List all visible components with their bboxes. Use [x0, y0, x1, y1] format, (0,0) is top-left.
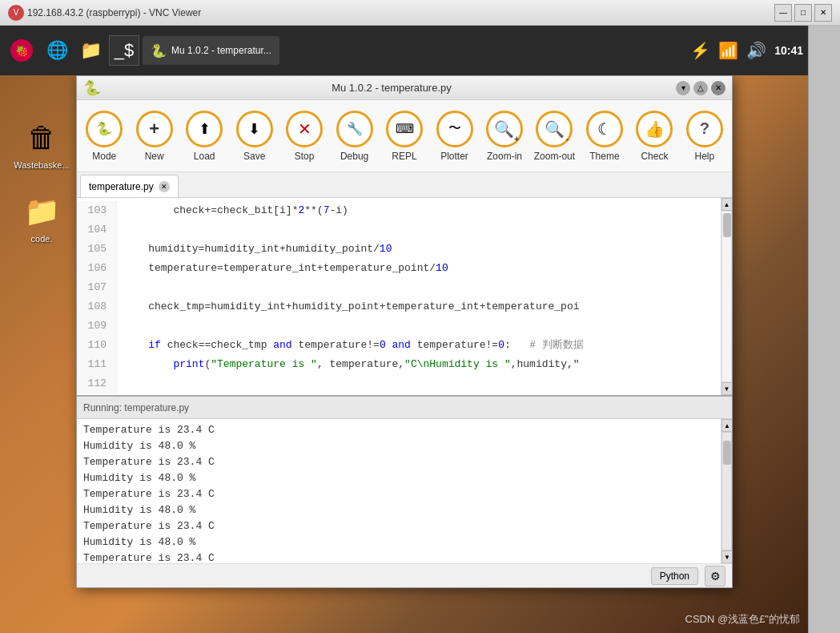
vnc-window-title: 192.168.43.2 (raspberrypi) - VNC Viewer [27, 7, 774, 18]
console-line-4: Temperature is 23.4 C [83, 486, 714, 502]
stop-label: Stop [295, 151, 315, 162]
console-line-1: Humidity is 48.0 % [83, 438, 714, 454]
mu-editor-window: 🐍 Mu 1.0.2 - temperature.py ▾ △ ✕ 🐍 Mode… [76, 75, 733, 588]
code-line-108: 108 check_tmp=humidity_int+humidity_poin… [77, 297, 721, 316]
mu-app-icon: 🐍 [83, 79, 101, 97]
mu-taskbar-label: Mu 1.0.2 - temperatur... [171, 45, 271, 56]
code-display: 103 check+=check_bit[i]*2**(7-i) 104 105… [77, 198, 721, 395]
zoom-out-button[interactable]: 🔍 - Zoom-out [530, 103, 578, 169]
check-icon: 👍 [636, 111, 673, 147]
mu-titlebar: 🐍 Mu 1.0.2 - temperature.py ▾ △ ✕ [77, 76, 732, 100]
help-button[interactable]: ? Help [681, 103, 729, 169]
vnc-scrollbar[interactable] [808, 0, 840, 633]
wastebasket-label: Wastebaske... [14, 160, 69, 170]
vnc-restore-button[interactable]: □ [794, 4, 812, 22]
code-line-104: 104 [77, 220, 721, 240]
load-button[interactable]: ⬆ Load [180, 103, 228, 169]
tab-temperature-py[interactable]: temperature.py ✕ [80, 175, 179, 197]
code-line-109: 109 [77, 316, 721, 336]
mu-close-button[interactable]: ✕ [711, 81, 725, 95]
scroll-up-arrow[interactable]: ▲ [721, 198, 733, 211]
vnc-close-button[interactable]: ✕ [814, 4, 832, 22]
zoom-in-button[interactable]: 🔍 + Zoom-in [480, 103, 529, 169]
taskbar-right: ⚡ 📶 🔊 10:41 [690, 41, 803, 60]
mu-console: Running: temperature.py Temperature is 2… [77, 395, 732, 563]
scroll-down-arrow[interactable]: ▼ [721, 382, 733, 395]
rpi-taskbar: 🍓 🌐 📁 _$ 🐍 Mu 1.0.2 - temperatur... ⚡ 📶 … [0, 26, 808, 75]
desktop-icon-wastebasket[interactable]: 🗑 Wastebaske... [10, 119, 74, 170]
mu-taskbar-button[interactable]: 🐍 Mu 1.0.2 - temperatur... [143, 36, 279, 65]
svg-text:🍓: 🍓 [15, 45, 30, 58]
new-button[interactable]: + New [130, 103, 178, 169]
terminal-button[interactable]: _$ [109, 35, 139, 66]
vnc-minimize-button[interactable]: — [774, 4, 792, 22]
vnc-app-icon: V [8, 5, 24, 21]
save-icon: ⬇ [236, 111, 273, 147]
vnc-window-controls: — □ ✕ [774, 4, 832, 22]
globe-button[interactable]: 🌐 [42, 35, 72, 66]
load-label: Load [194, 151, 215, 162]
clock-display[interactable]: 10:41 [774, 44, 803, 57]
mu-maximize-button[interactable]: △ [693, 81, 708, 95]
zoom-out-label: Zoom-out [534, 151, 575, 162]
watermark: CSDN @浅蓝色£"的忧郁 [685, 612, 801, 627]
console-line-3: Humidity is 48.0 % [83, 470, 714, 486]
stop-button[interactable]: ✕ Stop [280, 103, 328, 169]
console-text: Temperature is 23.4 C Humidity is 48.0 %… [77, 419, 721, 563]
code-editor[interactable]: 103 check+=check_bit[i]*2**(7-i) 104 105… [77, 198, 721, 395]
mu-toolbar: 🐍 Mode + New ⬆ Load ⬇ Save ✕ Stop 🔧 Debu… [77, 100, 732, 172]
mu-minimize-button[interactable]: ▾ [676, 81, 690, 95]
editor-scrollbar[interactable]: ▲ ▼ [721, 198, 732, 395]
code-folder-label: code. [31, 234, 53, 244]
mu-statusbar: Python ⚙ [77, 563, 732, 587]
help-label: Help [695, 151, 715, 162]
tab-close-button[interactable]: ✕ [159, 181, 170, 192]
repl-label: REPL [392, 151, 416, 162]
console-line-0: Temperature is 23.4 C [83, 422, 714, 438]
editor-scroll-track[interactable] [721, 211, 732, 382]
plotter-label: Plotter [440, 151, 468, 162]
load-icon: ⬆ [186, 111, 223, 147]
check-label: Check [641, 151, 668, 162]
theme-label: Theme [589, 151, 619, 162]
console-line-7: Humidity is 48.0 % [83, 534, 714, 550]
mu-tabs: temperature.py ✕ [77, 172, 732, 198]
console-line-6: Temperature is 23.4 C [83, 518, 714, 534]
bluetooth-icon[interactable]: ⚡ [690, 41, 710, 60]
console-scroll-up[interactable]: ▲ [721, 419, 732, 432]
plotter-button[interactable]: 〜 Plotter [430, 103, 478, 169]
settings-gear-button[interactable]: ⚙ [705, 566, 725, 587]
console-status: Running: temperature.py [83, 402, 189, 413]
tab-label: temperature.py [89, 181, 154, 192]
theme-button[interactable]: ☾ Theme [581, 103, 629, 169]
console-scroll-track[interactable] [721, 432, 732, 550]
code-line-112: 112 [77, 374, 721, 393]
new-label: New [145, 151, 164, 162]
zoom-in-label: Zoom-in [487, 151, 522, 162]
editor-area[interactable]: 103 check+=check_bit[i]*2**(7-i) 104 105… [77, 198, 732, 395]
console-line-5: Humidity is 48.0 % [83, 502, 714, 518]
console-scrollbar[interactable]: ▲ ▼ [721, 419, 732, 563]
code-line-111: 111 print("Temperature is ", temperature… [77, 355, 721, 374]
new-icon: + [136, 111, 173, 147]
editor-scroll-thumb[interactable] [723, 213, 731, 237]
check-button[interactable]: 👍 Check [630, 103, 678, 169]
filemanager-button[interactable]: 📁 [75, 35, 106, 66]
mode-button[interactable]: 🐍 Mode [80, 103, 128, 169]
console-scroll-thumb[interactable] [723, 441, 731, 465]
desktop-icon-code[interactable]: 📁 code. [10, 192, 74, 244]
console-line-8: Temperature is 23.4 C [83, 550, 714, 563]
folder-icon: 📁 [22, 192, 61, 231]
console-line-2: Temperature is 23.4 C [83, 454, 714, 470]
mu-window-title: Mu 1.0.2 - temperature.py [107, 82, 676, 94]
console-header: Running: temperature.py [77, 397, 732, 419]
wifi-icon[interactable]: 📶 [718, 41, 738, 60]
console-scroll-down[interactable]: ▼ [721, 550, 732, 563]
save-button[interactable]: ⬇ Save [230, 103, 278, 169]
debug-button[interactable]: 🔧 Debug [330, 103, 378, 169]
volume-icon[interactable]: 🔊 [746, 41, 766, 60]
repl-button[interactable]: ⌨ REPL [380, 103, 428, 169]
rpi-logo-button[interactable]: 🍓 [5, 34, 38, 67]
code-line-103: 103 check+=check_bit[i]*2**(7-i) [77, 201, 721, 220]
python-mode-button[interactable]: Python [651, 567, 698, 585]
